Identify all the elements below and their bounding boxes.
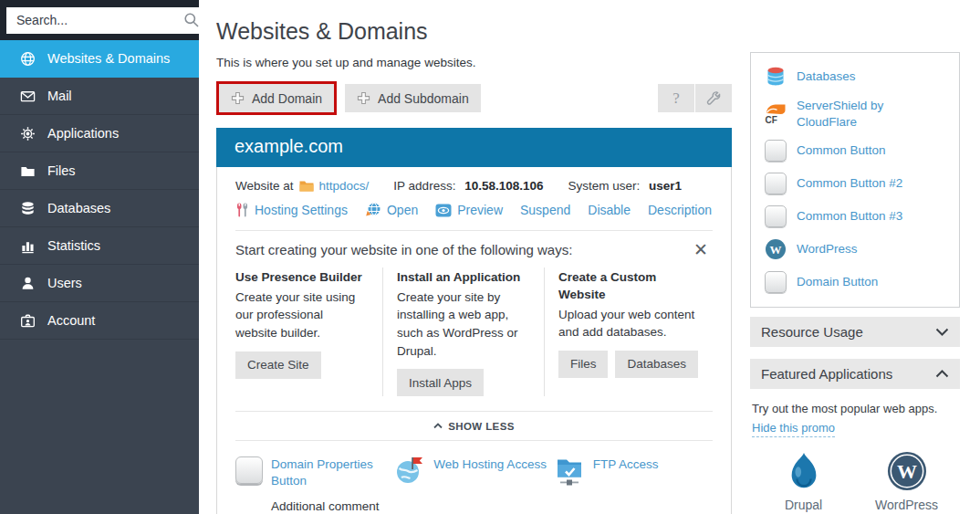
- tool-domain-properties: Domain Properties Button Additional comm…: [235, 456, 394, 514]
- domain-properties-button-link[interactable]: Domain Properties Button: [271, 457, 373, 488]
- sidebar-item-users[interactable]: Users: [0, 265, 199, 302]
- right-tool-label: WordPress: [797, 241, 858, 257]
- featured-app-label: WordPress: [875, 497, 938, 514]
- install-apps-button[interactable]: Install Apps: [397, 369, 484, 396]
- promo-columns: Use Presence Builder Create your site us…: [235, 267, 713, 411]
- database-icon: [19, 200, 36, 216]
- description-link[interactable]: Description: [648, 203, 712, 217]
- right-tool-databases[interactable]: Databases: [764, 65, 946, 89]
- search-area: [0, 0, 199, 40]
- domain-actions-row: Hosting Settings Open: [235, 202, 713, 218]
- right-tool-domain-button[interactable]: Domain Button: [764, 270, 946, 294]
- domain-card-header: example.com: [216, 128, 732, 167]
- chevron-up-icon: [935, 370, 949, 378]
- files-button[interactable]: Files: [558, 351, 609, 378]
- gear-icon: [19, 125, 36, 142]
- promo-col-heading: Install an Application: [397, 269, 529, 287]
- show-less-toggle[interactable]: SHOW LESS: [235, 411, 713, 441]
- tool-ftp-access: FTP Access: [554, 456, 713, 514]
- hosting-settings-link[interactable]: Hosting Settings: [235, 202, 348, 218]
- add-domain-button[interactable]: Add Domain: [219, 84, 334, 112]
- mail-icon: [19, 88, 36, 104]
- ftp-access-link[interactable]: FTP Access: [593, 456, 659, 473]
- search-box[interactable]: [6, 7, 205, 34]
- resource-usage-header[interactable]: Resource Usage: [750, 317, 960, 347]
- featured-app-wordpress[interactable]: W WordPress: [855, 451, 958, 514]
- search-input[interactable]: [15, 12, 183, 28]
- action-label: Hosting Settings: [255, 203, 348, 217]
- system-user: System user: user1: [568, 179, 683, 193]
- right-tool-servershield[interactable]: CF ServerShield by CloudFlare: [764, 98, 946, 130]
- globe-flag-icon: [394, 456, 425, 484]
- right-tool-label: Common Button: [797, 142, 886, 159]
- ip-label: IP address:: [393, 179, 455, 193]
- sidebar-item-account[interactable]: Account: [0, 302, 199, 340]
- right-tool-common-button-2[interactable]: Common Button #2: [764, 172, 946, 195]
- sidebar-item-mail[interactable]: Mail: [0, 78, 199, 115]
- promo-col-heading: Use Presence Builder: [235, 269, 368, 287]
- promo-column-install-app: Install an Application Create your site …: [382, 267, 544, 396]
- user-icon: [19, 275, 36, 291]
- key-button-icon[interactable]: [235, 456, 263, 484]
- hide-this-promo-link[interactable]: Hide this promo: [752, 420, 835, 437]
- promo-title: Start creating your website in one of th…: [235, 242, 572, 257]
- page-subtitle: This is where you set up and manage webs…: [216, 56, 732, 69]
- add-subdomain-button[interactable]: Add Subdomain: [345, 84, 481, 112]
- domain-info-row: Website at httpdocs/ IP address: 10.58.1…: [235, 167, 713, 193]
- sidebar-item-statistics[interactable]: Statistics: [0, 227, 199, 265]
- left-sidebar: Websites & Domains Mail Applications Fi: [0, 0, 199, 514]
- help-button[interactable]: ?: [658, 84, 694, 112]
- wordpress-icon: W: [887, 451, 927, 491]
- web-hosting-access-link[interactable]: Web Hosting Access: [433, 456, 547, 473]
- globe-icon: [19, 50, 36, 67]
- disable-link[interactable]: Disable: [588, 203, 631, 217]
- right-tool-label: ServerShield by CloudFlare: [797, 98, 915, 130]
- suspend-link[interactable]: Suspend: [520, 203, 570, 217]
- databases-button[interactable]: Databases: [615, 351, 698, 378]
- promo-col-text: Create your site by installing a web app…: [397, 288, 529, 360]
- create-site-button[interactable]: Create Site: [235, 351, 321, 379]
- sidebar-item-files[interactable]: Files: [0, 152, 199, 190]
- right-tool-common-button[interactable]: Common Button: [764, 139, 946, 163]
- promo-header: Start creating your website in one of th…: [235, 231, 713, 267]
- tool-web-hosting-access: Web Hosting Access: [394, 456, 553, 514]
- toolbar: Add Domain Add Subdomain ?: [216, 81, 732, 115]
- open-link[interactable]: Open: [365, 202, 418, 218]
- featured-applications-header[interactable]: Featured Applications: [750, 359, 960, 389]
- key-button-icon: [764, 140, 787, 162]
- hosting-tools-icon: [235, 202, 249, 218]
- page-tools-button[interactable]: [695, 84, 732, 112]
- sidebar-item-label: Mail: [47, 89, 72, 103]
- sidebar-nav: Websites & Domains Mail Applications Fi: [0, 40, 199, 340]
- search-icon[interactable]: [183, 12, 200, 28]
- sidebar-item-label: Databases: [47, 201, 110, 215]
- sidebar-item-label: Files: [47, 163, 76, 178]
- question-icon: ?: [672, 89, 680, 108]
- system-user-value: user1: [649, 179, 682, 193]
- getting-started-promo: Start creating your website in one of th…: [235, 230, 713, 411]
- featured-app-label: Drupal: [785, 497, 822, 514]
- folder-icon: [19, 163, 36, 179]
- sidebar-item-websites-domains[interactable]: Websites & Domains: [0, 40, 199, 78]
- page-title: Websites & Domains: [216, 18, 732, 45]
- sidebar-item-applications[interactable]: Applications: [0, 115, 199, 152]
- preview-link[interactable]: Preview: [435, 203, 503, 217]
- key-button-icon: [764, 271, 787, 293]
- domain-card: example.com Website at httpdocs/ IP addr…: [216, 128, 732, 514]
- promo-col-text: Create your site using our professional …: [235, 288, 368, 342]
- svg-text:W: W: [897, 460, 917, 483]
- right-tool-common-button-3[interactable]: Common Button #3: [764, 205, 946, 228]
- featured-app-drupal[interactable]: Drupal: [752, 451, 855, 514]
- wordpress-icon: W: [764, 238, 787, 260]
- folder-icon: [299, 180, 314, 193]
- right-tool-label: Common Button #2: [797, 175, 902, 192]
- cloudflare-icon: CF: [764, 102, 787, 125]
- close-icon[interactable]: ✕: [689, 241, 713, 258]
- sidebar-item-databases[interactable]: Databases: [0, 190, 199, 227]
- svg-text:CF: CF: [766, 115, 777, 125]
- httpdocs-link[interactable]: httpdocs/: [319, 179, 370, 193]
- right-tool-wordpress[interactable]: W WordPress: [764, 237, 946, 261]
- plus-icon: [231, 91, 245, 105]
- globe-arrow-icon: [365, 202, 381, 218]
- plus-icon: [357, 91, 370, 105]
